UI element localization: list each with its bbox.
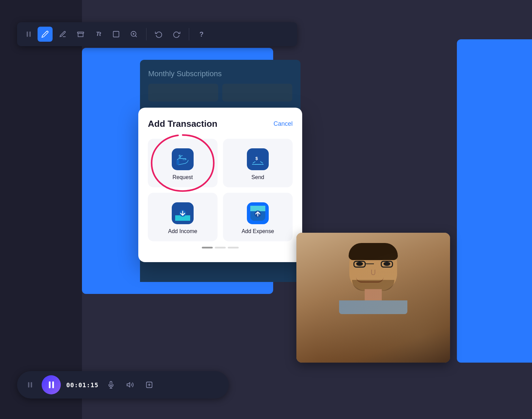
scroll-dot-2 xyxy=(215,247,226,248)
help-button[interactable]: ? xyxy=(194,27,209,42)
right-blue-panel xyxy=(457,39,532,363)
svg-rect-1 xyxy=(113,31,119,37)
highlighter-tool-button[interactable] xyxy=(55,27,70,42)
timer-display: 00:01:15 xyxy=(66,381,99,389)
toolbar-grip[interactable] xyxy=(23,28,35,40)
svg-text:$: $ xyxy=(255,156,258,161)
svg-rect-7 xyxy=(177,160,179,165)
mini-pause-icon xyxy=(28,382,32,388)
scroll-dot-3 xyxy=(228,247,239,248)
add-income-card[interactable]: Add Income xyxy=(148,193,218,241)
svg-rect-0 xyxy=(78,32,84,33)
divider-1 xyxy=(146,28,146,40)
undo-button[interactable] xyxy=(151,27,166,42)
text-tool-button[interactable]: Tt xyxy=(91,27,106,42)
add-income-icon xyxy=(172,202,194,224)
cancel-button[interactable]: Cancel xyxy=(274,120,293,127)
send-label: Send xyxy=(251,174,264,180)
tab-placeholder-2 xyxy=(222,84,292,102)
video-thumbnail xyxy=(296,233,450,363)
monthly-subscriptions-header: Monthly Subscriptions xyxy=(140,60,300,84)
redo-button[interactable] xyxy=(169,27,184,42)
annotation-toolbar: Tt ? xyxy=(17,22,297,46)
send-card[interactable]: $ Send xyxy=(223,139,293,187)
left-sidebar-background xyxy=(0,0,82,419)
request-label: Request xyxy=(172,174,193,180)
speaker-button[interactable] xyxy=(123,378,137,392)
send-icon: $ xyxy=(247,148,269,170)
mini-pause-button[interactable] xyxy=(24,379,36,391)
svg-rect-16 xyxy=(250,206,265,211)
pause-icon xyxy=(49,381,54,388)
scroll-dot-1 xyxy=(202,247,213,248)
modal-title: Add Transaction xyxy=(148,119,218,129)
add-income-label: Add Income xyxy=(168,228,197,234)
divider-2 xyxy=(189,28,189,40)
add-transaction-modal: Add Transaction Cancel $ Request xyxy=(138,108,302,262)
eraser-tool-button[interactable] xyxy=(73,27,88,42)
video-face xyxy=(296,233,450,363)
request-icon: $ xyxy=(172,148,194,170)
microphone-button[interactable] xyxy=(104,378,118,392)
tab-placeholder-1 xyxy=(148,84,218,102)
record-button[interactable] xyxy=(142,378,156,392)
add-expense-card[interactable]: Add Expense xyxy=(223,193,293,241)
transaction-options-grid: $ Request $ xyxy=(148,139,293,241)
shape-tool-button[interactable] xyxy=(109,27,124,42)
svg-line-3 xyxy=(135,36,137,37)
add-expense-label: Add Expense xyxy=(241,228,274,234)
zoom-tool-button[interactable] xyxy=(126,27,141,42)
scroll-indicator xyxy=(148,247,293,248)
request-card[interactable]: $ Request xyxy=(148,139,218,187)
recording-controls: 00:01:15 xyxy=(17,371,229,398)
add-expense-icon xyxy=(247,202,269,224)
svg-marker-20 xyxy=(127,383,130,387)
modal-header: Add Transaction Cancel xyxy=(148,119,293,129)
pause-button[interactable] xyxy=(42,375,61,394)
pen-tool-button[interactable] xyxy=(38,27,53,42)
